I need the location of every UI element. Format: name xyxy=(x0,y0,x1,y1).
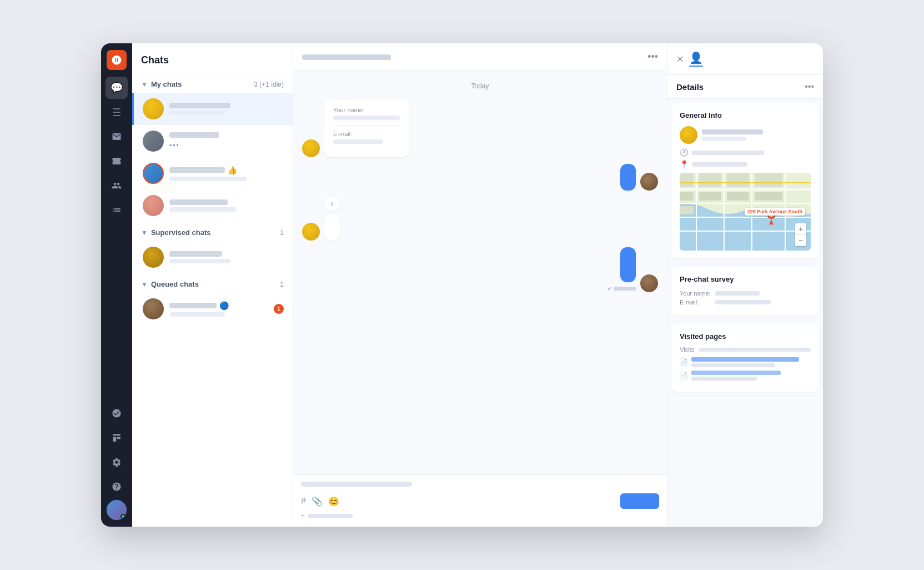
msg-avatar-out-2 xyxy=(640,274,658,292)
chat-item[interactable]: ••• xyxy=(132,125,293,157)
page-row-2: 📄 xyxy=(680,371,811,381)
info-location-row: 📍 xyxy=(680,160,811,168)
bubble-in-small xyxy=(324,197,340,211)
svg-rect-2 xyxy=(117,437,120,439)
svg-rect-16 xyxy=(680,192,694,201)
zoom-out-button[interactable]: − xyxy=(795,235,806,246)
info-time-row: 🕐 xyxy=(680,148,811,157)
details-title: Details xyxy=(676,82,805,92)
nav-chats[interactable]: 💬 xyxy=(106,77,128,99)
nav-inbox[interactable] xyxy=(106,126,128,148)
chat-info-5 xyxy=(169,251,284,263)
map-zoom-controls: + − xyxy=(795,223,806,246)
hashtag-icon[interactable]: # xyxy=(301,496,306,506)
nav-settings[interactable] xyxy=(106,451,128,473)
pre-chat-email-value xyxy=(715,300,771,304)
info-avatar xyxy=(680,126,697,144)
chat-item-supervised[interactable] xyxy=(132,241,293,273)
chat-avatar-3 xyxy=(143,163,164,184)
svg-rect-12 xyxy=(680,173,694,187)
nav-team[interactable] xyxy=(106,174,128,197)
details-header: ✕ 👤 xyxy=(667,43,823,75)
unread-badge: 1 xyxy=(274,304,284,314)
chat-info-2: ••• xyxy=(169,132,284,150)
typing-indicator: ••• xyxy=(169,142,180,149)
visits-bar xyxy=(699,348,811,352)
chat-name-6 xyxy=(169,303,217,308)
chat-header-name xyxy=(302,54,391,60)
nav-layout[interactable] xyxy=(106,427,128,449)
bubble-out-1 xyxy=(620,164,636,191)
message-status: ✓ xyxy=(607,285,636,292)
form-field-email: E-mail: xyxy=(333,131,400,144)
queued-chevron: ▼ xyxy=(141,281,148,288)
online-status xyxy=(120,514,126,519)
form-label-name: Your name: xyxy=(333,107,400,113)
message-row-in-2 xyxy=(302,197,658,241)
chat-name-4 xyxy=(169,199,228,205)
chat-main: ••• Today Your name: E-mail: xyxy=(293,43,667,527)
compose-placeholder xyxy=(301,482,412,487)
close-icon[interactable]: ✕ xyxy=(676,54,684,64)
app-logo[interactable] xyxy=(107,50,127,70)
pre-chat-email-label: E-mail: xyxy=(680,299,713,306)
visited-pages-title: Visited pages xyxy=(680,332,811,341)
chat-item[interactable] xyxy=(132,93,293,125)
supervised-chats-section[interactable]: ▼ Supervised chats 1 xyxy=(132,222,293,241)
chat-msg-5 xyxy=(169,259,230,263)
user-avatar[interactable] xyxy=(107,500,127,520)
add-icon[interactable]: + xyxy=(301,512,305,520)
thumbs-icon: 👍 xyxy=(228,166,237,174)
page-icon-2: 📄 xyxy=(680,372,688,379)
chat-name-2 xyxy=(169,132,219,138)
my-chats-label: My chats xyxy=(151,80,254,88)
emoji-icon[interactable]: 😊 xyxy=(328,496,339,507)
details-title-row: Details ••• xyxy=(667,75,823,99)
chat-info-4 xyxy=(169,199,284,212)
chat-item-queued[interactable]: 🔵 1 xyxy=(132,293,293,325)
msg-avatar-in-2 xyxy=(302,223,320,241)
info-user-row xyxy=(680,126,811,144)
chat-list-panel: Chats ▼ My chats 3 (+1 idle) ••• xyxy=(132,43,293,527)
svg-rect-0 xyxy=(113,434,120,436)
details-menu[interactable]: ••• xyxy=(805,82,814,92)
zoom-in-button[interactable]: + xyxy=(795,223,806,234)
chat-item[interactable] xyxy=(132,189,293,222)
nav-tickets[interactable] xyxy=(106,150,128,172)
message-row-out-2: ✓ xyxy=(302,247,658,292)
person-icon[interactable]: 👤 xyxy=(689,51,703,67)
compose-add-text xyxy=(308,514,353,518)
my-chats-chevron: ▼ xyxy=(141,81,148,88)
my-chats-section[interactable]: ▼ My chats 3 (+1 idle) xyxy=(132,73,293,93)
send-button[interactable] xyxy=(620,493,659,509)
nav-integrations[interactable] xyxy=(106,402,128,424)
svg-rect-15 xyxy=(755,173,782,187)
page-row-1: 📄 xyxy=(680,357,811,367)
compose-add-row: + xyxy=(301,512,659,520)
chat-header-menu[interactable]: ••• xyxy=(647,51,658,63)
attachment-icon[interactable]: 📎 xyxy=(312,496,323,507)
nav-reports[interactable] xyxy=(106,101,128,123)
queued-chats-section[interactable]: ▼ Queued chats 1 xyxy=(132,273,293,293)
nav-analytics[interactable] xyxy=(106,199,128,221)
compose-area: # 📎 😊 + xyxy=(293,474,667,527)
svg-rect-1 xyxy=(113,437,116,442)
nav-help[interactable] xyxy=(106,476,128,498)
chat-item[interactable]: 👍 xyxy=(132,157,293,189)
map-address-label: 228 Park Avenue South xyxy=(745,208,805,216)
svg-rect-18 xyxy=(727,192,749,201)
chat-msg-1 xyxy=(169,111,225,115)
pre-chat-name-value xyxy=(715,291,760,296)
chat-msg-4 xyxy=(169,207,236,212)
details-panel: ✕ 👤 Details ••• General Info 🕐 xyxy=(667,43,823,527)
checkmark-icon: ✓ xyxy=(607,285,612,292)
message-row: Your name: E-mail: xyxy=(302,99,658,157)
chat-info-6: 🔵 xyxy=(169,301,274,317)
chat-avatar-4 xyxy=(143,195,164,216)
left-nav: 💬 xyxy=(101,43,132,527)
supervised-chevron: ▼ xyxy=(141,229,148,237)
panel-title: Chats xyxy=(132,43,293,73)
messenger-icon: 🔵 xyxy=(219,301,229,310)
svg-rect-20 xyxy=(680,206,694,214)
form-bubble: Your name: E-mail: xyxy=(324,99,409,157)
